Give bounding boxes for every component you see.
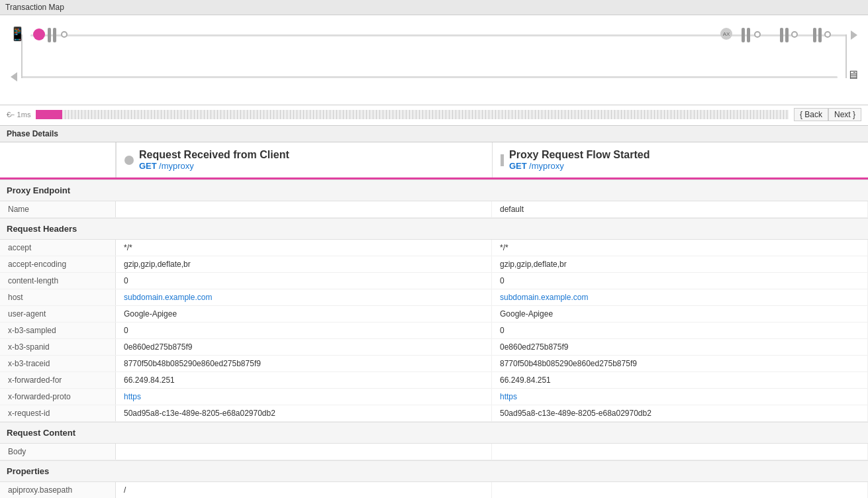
val-host-col2: subdomain.example.com [492,289,868,305]
label-accept: accept [0,240,116,256]
proxy-endpoint-name-col2: default [492,201,868,217]
col1-path: /myproxy [159,161,194,171]
proxy-endpoint-name-row: Name default [0,201,868,218]
val-x-forwarded-for-col2: 66.249.84.251 [492,372,868,388]
val-content-length-col1: 0 [116,273,492,289]
phase-columns-header: Request Received from Client GET /myprox… [0,142,868,179]
sm-dot-2 [754,31,761,38]
val-user-agent-col2: Google-Apigee [492,306,868,322]
request-headers-section-header: Request Headers [0,218,868,240]
label-x-b3-traceid: x-b3-traceid [0,356,116,372]
val-host-col1: subdomain.example.com [116,289,492,305]
col-header-1: Request Received from Client GET /myprox… [116,142,492,177]
dblbar-node-1 [48,28,56,42]
label-accept-encoding: accept-encoding [0,256,116,272]
label-user-agent: user-agent [0,306,116,322]
back-button[interactable]: { Back [794,108,828,121]
phase-table-container: Request Received from Client GET /myprox… [0,142,868,498]
sm-dot-4 [824,31,831,38]
label-apiproxy-basepath: apiproxy.basepath [0,482,116,498]
col2-method: GET [509,161,527,171]
bottom-flow-line [21,76,838,78]
val-content-length-col2: 0 [492,273,868,289]
timeline-bar-pattern [62,110,789,119]
row-x-forwarded-for: x-forwarded-for 66.249.84.251 66.249.84.… [0,372,868,389]
label-body: Body [0,444,116,460]
row-accept: accept */* */* [0,240,868,256]
dblbar-node-3 [780,28,789,42]
transaction-map-title: Transaction Map [5,3,64,12]
transaction-map-area: 📱 AX 🖥 [0,15,868,105]
row-x-b3-sampled: x-b3-sampled 0 0 [0,323,868,339]
val-body-col1 [116,444,492,460]
col2-path: /myproxy [529,161,564,171]
col-header-2: Proxy Request Flow Started GET /myproxy [492,142,868,177]
val-x-forwarded-for-col1: 66.249.84.251 [116,372,492,388]
transaction-map-header: Transaction Map [0,0,868,15]
row-accept-encoding: accept-encoding gzip,gzip,deflate,br gzi… [0,256,868,273]
col-header-empty [0,142,116,177]
val-x-b3-traceid-col1: 8770f50b48b085290e860ed275b875f9 [116,356,492,372]
label-x-b3-spanid: x-b3-spanid [0,339,116,355]
val-body-col2 [492,444,868,460]
val-accept-encoding-col2: gzip,gzip,deflate,br [492,256,868,272]
col2-title: Proxy Request Flow Started [509,149,650,161]
label-host: host [0,289,116,305]
val-x-forwarded-proto-col2: https [492,389,868,405]
val-accept-col1: */* [116,240,492,256]
val-x-forwarded-proto-col1: https [116,389,492,405]
val-x-b3-spanid-col1: 0e860ed275b875f9 [116,339,492,355]
col1-title: Request Received from Client [139,149,289,161]
row-apiproxy-basepath: apiproxy.basepath / [0,482,868,498]
val-x-b3-spanid-col2: 0e860ed275b875f9 [492,339,868,355]
phase-details-header: Phase Details [0,126,868,142]
val-apiproxy-basepath-col1: / [116,482,492,498]
timeline-bar [36,110,789,119]
val-user-agent-col1: Google-Apigee [116,306,492,322]
phone-icon: 📱 [9,26,26,42]
col1-circle-icon [124,156,134,165]
arrow-right [851,30,857,40]
sm-dot-1 [61,31,68,38]
properties-section-header: Properties [0,460,868,482]
proxy-endpoint-name-label: Name [0,201,116,217]
request-content-section-header: Request Content [0,422,868,444]
label-x-b3-sampled: x-b3-sampled [0,323,116,338]
row-x-request-id: x-request-id 50ad95a8-c13e-489e-8205-e68… [0,405,868,422]
flow-diagram: 📱 AX 🖥 [7,22,861,101]
row-x-b3-spanid: x-b3-spanid 0e860ed275b875f9 0e860ed275b… [0,339,868,356]
pink-circle-node [33,28,45,40]
row-host: host subdomain.example.com subdomain.exa… [0,289,868,306]
val-accept-col2: */* [492,240,868,256]
request-content-title: Request Content [7,428,75,438]
val-x-b3-traceid-col2: 8770f50b48b085290e860ed275b875f9 [492,356,868,372]
val-x-b3-sampled-col1: 0 [116,323,492,338]
nav-buttons: { Back Next } [794,108,861,121]
phase-details-title: Phase Details [7,129,58,138]
label-x-forwarded-proto: x-forwarded-proto [0,389,116,405]
next-button[interactable]: Next } [828,108,861,121]
dblbar-node-4 [813,28,822,42]
row-x-b3-traceid: x-b3-traceid 8770f50b48b085290e860ed275b… [0,356,868,372]
val-x-request-id-col2: 50ad95a8-c13e-489e-8205-e68a02970db2 [492,405,868,421]
col1-method: GET [139,161,157,171]
val-accept-encoding-col1: gzip,gzip,deflate,br [116,256,492,272]
proxy-endpoint-title: Proxy Endpoint [7,185,70,195]
dblbar-node-2 [742,28,750,42]
server-icon: 🖥 [847,68,859,82]
timeline-area: €⌐ 1ms { Back Next } [0,105,868,126]
timeline-label: €⌐ 1ms [7,111,30,119]
val-apiproxy-basepath-col2 [492,482,868,498]
label-x-forwarded-for: x-forwarded-for [0,372,116,388]
request-headers-title: Request Headers [7,224,77,234]
proxy-endpoint-section-header: Proxy Endpoint [0,179,868,201]
row-x-forwarded-proto: x-forwarded-proto https https [0,389,868,405]
proxy-endpoint-name-col1 [116,201,492,217]
sm-dot-3 [791,31,798,38]
row-content-length: content-length 0 0 [0,273,868,289]
val-x-request-id-col1: 50ad95a8-c13e-489e-8205-e68a02970db2 [116,405,492,421]
label-content-length: content-length [0,273,116,289]
properties-title: Properties [7,466,49,476]
row-body: Body [0,444,868,460]
label-x-request-id: x-request-id [0,405,116,421]
